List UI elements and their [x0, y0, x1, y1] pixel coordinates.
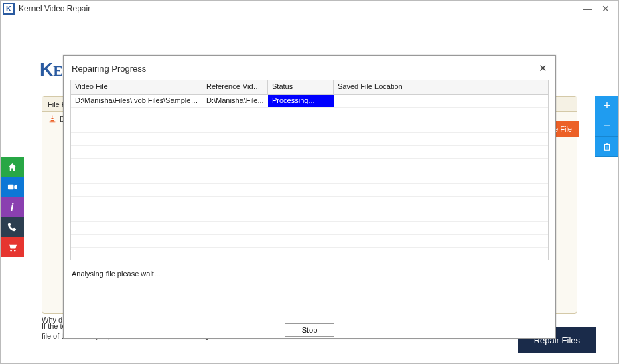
app-icon: K: [3, 3, 15, 15]
add-file-button[interactable]: +: [595, 96, 619, 116]
table-row: [71, 146, 548, 159]
title-bar: K Kernel Video Repair — ✕: [0, 0, 619, 17]
buy-tab[interactable]: [0, 237, 24, 257]
video-icon: [7, 182, 17, 192]
vlc-icon: [48, 114, 57, 124]
trash-icon: [602, 142, 612, 151]
table-header: Video File Reference Video... Status Sav…: [71, 80, 549, 95]
remove-file-button[interactable]: −: [595, 116, 619, 136]
svg-point-6: [10, 249, 11, 250]
table-body: D:\Manisha\Files\.vob Files\SampleVi... …: [71, 95, 549, 260]
progress-bar: [72, 306, 547, 316]
phone-icon: [7, 222, 17, 232]
svg-point-7: [14, 249, 15, 250]
table-row: [71, 184, 548, 197]
progress-table: Video File Reference Video... Status Sav…: [70, 80, 549, 260]
table-row: [71, 248, 548, 260]
dialog-title: Repairing Progress: [72, 64, 146, 74]
app-title: Kernel Video Repair: [19, 4, 90, 13]
table-row: [71, 108, 548, 120]
cell-video-file: D:\Manisha\Files\.vob Files\SampleVi...: [71, 95, 202, 107]
svg-marker-0: [50, 115, 54, 122]
table-row: [71, 197, 548, 209]
video-tab[interactable]: [0, 177, 24, 197]
plus-icon: +: [604, 99, 611, 113]
cell-status: Processing...: [268, 95, 334, 107]
window-controls: — ✕: [583, 3, 616, 14]
col-status[interactable]: Status: [268, 80, 334, 94]
left-sidebar: i: [0, 157, 24, 257]
main-frame: KEI File Pa D:\ ce File Why d If the too…: [0, 17, 619, 364]
dialog-header: Repairing Progress ✕: [64, 56, 555, 80]
cell-reference: D:\Manisha\File...: [202, 95, 268, 107]
stop-button[interactable]: Stop: [285, 323, 334, 337]
table-row: [71, 171, 548, 184]
home-icon: [7, 162, 17, 172]
svg-rect-1: [50, 122, 56, 123]
table-row: [71, 120, 548, 133]
dialog-close-button[interactable]: ✕: [539, 62, 547, 74]
right-sidebar: + −: [595, 96, 619, 157]
table-row[interactable]: D:\Manisha\Files\.vob Files\SampleVi... …: [71, 95, 548, 108]
contact-tab[interactable]: [0, 217, 24, 237]
table-row: [71, 222, 548, 235]
svg-rect-3: [51, 119, 54, 120]
minimize-button[interactable]: —: [583, 3, 592, 14]
delete-file-button[interactable]: [595, 136, 619, 157]
col-saved[interactable]: Saved File Location: [334, 80, 549, 94]
info-icon: i: [11, 201, 13, 213]
cell-saved: [334, 95, 548, 107]
close-button[interactable]: ✕: [602, 3, 610, 14]
table-row: [71, 209, 548, 222]
info-tab[interactable]: i: [0, 197, 24, 217]
table-row: [71, 235, 548, 248]
analyzing-text: Analysing file please wait...: [72, 270, 547, 278]
table-row: [71, 159, 548, 171]
svg-rect-2: [51, 117, 54, 118]
svg-rect-8: [605, 145, 610, 150]
cart-icon: [7, 242, 17, 252]
svg-marker-5: [14, 184, 17, 189]
minus-icon: −: [604, 119, 611, 133]
home-tab[interactable]: [0, 157, 24, 177]
repairing-progress-dialog: Repairing Progress ✕ Video File Referenc…: [63, 55, 556, 339]
col-reference[interactable]: Reference Video...: [202, 80, 268, 94]
col-video-file[interactable]: Video File: [71, 80, 202, 94]
table-row: [71, 133, 548, 146]
svg-rect-4: [7, 184, 13, 189]
